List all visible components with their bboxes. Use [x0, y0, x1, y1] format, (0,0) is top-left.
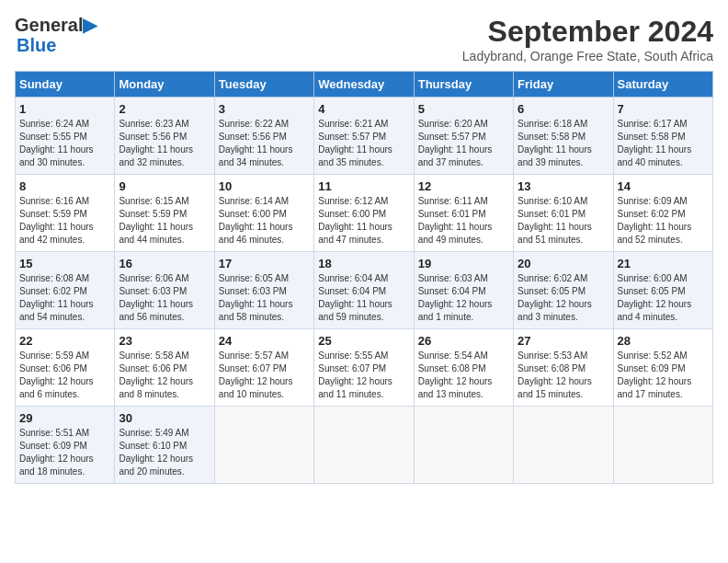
day-number: 22	[19, 334, 110, 348]
calendar-week-row: 15Sunrise: 6:08 AMSunset: 6:02 PMDayligh…	[16, 252, 713, 329]
weekday-header-row: SundayMondayTuesdayWednesdayThursdayFrid…	[16, 72, 713, 98]
calendar-day-cell: 18Sunrise: 6:04 AMSunset: 6:04 PMDayligh…	[314, 252, 414, 329]
day-info: Sunrise: 5:49 AMSunset: 6:10 PMDaylight:…	[119, 427, 210, 478]
calendar-day-cell: 4Sunrise: 6:21 AMSunset: 5:57 PMDaylight…	[314, 98, 414, 175]
calendar-day-cell: 27Sunrise: 5:53 AMSunset: 6:08 PMDayligh…	[514, 329, 613, 407]
calendar-day-cell: 7Sunrise: 6:17 AMSunset: 5:58 PMDaylight…	[613, 98, 712, 175]
day-number: 3	[219, 102, 310, 116]
day-number: 24	[219, 334, 310, 348]
day-number: 2	[119, 102, 210, 116]
day-number: 19	[418, 257, 509, 270]
day-info: Sunrise: 6:10 AMSunset: 6:01 PMDaylight:…	[518, 195, 609, 247]
calendar-day-cell: 11Sunrise: 6:12 AMSunset: 6:00 PMDayligh…	[314, 175, 414, 252]
day-info: Sunrise: 6:02 AMSunset: 6:05 PMDaylight:…	[518, 272, 609, 324]
calendar-day-cell: 17Sunrise: 6:05 AMSunset: 6:03 PMDayligh…	[214, 252, 313, 329]
calendar-day-cell: 10Sunrise: 6:14 AMSunset: 6:00 PMDayligh…	[214, 175, 313, 252]
day-info: Sunrise: 5:55 AMSunset: 6:07 PMDaylight:…	[318, 350, 409, 401]
calendar-day-cell: 19Sunrise: 6:03 AMSunset: 6:04 PMDayligh…	[414, 252, 513, 329]
calendar-day-cell: 24Sunrise: 5:57 AMSunset: 6:07 PMDayligh…	[214, 329, 313, 407]
day-number: 28	[618, 334, 709, 348]
day-info: Sunrise: 6:22 AMSunset: 5:56 PMDaylight:…	[219, 118, 310, 169]
day-info: Sunrise: 5:58 AMSunset: 6:06 PMDaylight:…	[119, 350, 210, 401]
day-info: Sunrise: 6:18 AMSunset: 5:58 PMDaylight:…	[518, 118, 609, 169]
logo-line1: General▶	[15, 15, 97, 35]
calendar-day-cell	[613, 407, 712, 484]
day-info: Sunrise: 5:53 AMSunset: 6:08 PMDaylight:…	[518, 350, 609, 401]
logo-line2: Blue	[17, 35, 97, 55]
day-number: 16	[119, 257, 210, 270]
month-title: September 2024	[462, 15, 713, 49]
day-info: Sunrise: 6:23 AMSunset: 5:56 PMDaylight:…	[119, 118, 210, 169]
calendar-day-cell: 14Sunrise: 6:09 AMSunset: 6:02 PMDayligh…	[613, 175, 712, 252]
day-info: Sunrise: 6:06 AMSunset: 6:03 PMDaylight:…	[119, 272, 210, 324]
day-number: 12	[418, 179, 509, 193]
day-number: 1	[19, 102, 110, 116]
day-number: 25	[318, 334, 409, 348]
day-number: 17	[219, 257, 310, 270]
day-number: 20	[518, 257, 609, 270]
day-number: 5	[418, 102, 509, 116]
calendar-day-cell: 3Sunrise: 6:22 AMSunset: 5:56 PMDaylight…	[214, 98, 313, 175]
day-info: Sunrise: 6:09 AMSunset: 6:02 PMDaylight:…	[618, 195, 709, 247]
day-number: 23	[119, 334, 210, 348]
day-info: Sunrise: 6:11 AMSunset: 6:01 PMDaylight:…	[418, 195, 509, 247]
day-number: 14	[618, 179, 709, 193]
page-header: General▶ Blue September 2024 Ladybrand, …	[15, 15, 713, 63]
day-info: Sunrise: 6:04 AMSunset: 6:04 PMDaylight:…	[318, 272, 409, 324]
calendar-day-cell: 30Sunrise: 5:49 AMSunset: 6:10 PMDayligh…	[115, 407, 214, 484]
weekday-header: Thursday	[414, 72, 513, 98]
day-info: Sunrise: 6:14 AMSunset: 6:00 PMDaylight:…	[219, 195, 310, 247]
day-info: Sunrise: 6:00 AMSunset: 6:05 PMDaylight:…	[618, 272, 709, 324]
day-number: 4	[318, 102, 409, 116]
day-number: 7	[618, 102, 709, 116]
calendar-week-row: 29Sunrise: 5:51 AMSunset: 6:09 PMDayligh…	[16, 407, 713, 484]
day-number: 18	[318, 257, 409, 270]
calendar-day-cell: 25Sunrise: 5:55 AMSunset: 6:07 PMDayligh…	[314, 329, 414, 407]
day-info: Sunrise: 5:52 AMSunset: 6:09 PMDaylight:…	[618, 350, 709, 401]
calendar-day-cell: 23Sunrise: 5:58 AMSunset: 6:06 PMDayligh…	[115, 329, 214, 407]
calendar-day-cell: 20Sunrise: 6:02 AMSunset: 6:05 PMDayligh…	[514, 252, 613, 329]
day-info: Sunrise: 6:08 AMSunset: 6:02 PMDaylight:…	[19, 272, 110, 324]
day-number: 29	[19, 411, 110, 425]
day-info: Sunrise: 6:17 AMSunset: 5:58 PMDaylight:…	[618, 118, 709, 169]
day-info: Sunrise: 6:20 AMSunset: 5:57 PMDaylight:…	[418, 118, 509, 169]
logo: General▶ Blue	[15, 15, 97, 55]
calendar-day-cell	[514, 407, 613, 484]
day-info: Sunrise: 6:21 AMSunset: 5:57 PMDaylight:…	[318, 118, 409, 169]
location-subtitle: Ladybrand, Orange Free State, South Afri…	[462, 49, 713, 63]
day-number: 9	[119, 179, 210, 193]
day-info: Sunrise: 6:16 AMSunset: 5:59 PMDaylight:…	[19, 195, 110, 247]
calendar-table: SundayMondayTuesdayWednesdayThursdayFrid…	[15, 71, 713, 484]
calendar-day-cell: 26Sunrise: 5:54 AMSunset: 6:08 PMDayligh…	[414, 329, 513, 407]
calendar-day-cell: 22Sunrise: 5:59 AMSunset: 6:06 PMDayligh…	[16, 329, 115, 407]
calendar-day-cell: 21Sunrise: 6:00 AMSunset: 6:05 PMDayligh…	[613, 252, 712, 329]
weekday-header: Sunday	[16, 72, 115, 98]
calendar-day-cell: 16Sunrise: 6:06 AMSunset: 6:03 PMDayligh…	[115, 252, 214, 329]
calendar-week-row: 1Sunrise: 6:24 AMSunset: 5:55 PMDaylight…	[16, 98, 713, 175]
calendar-day-cell: 8Sunrise: 6:16 AMSunset: 5:59 PMDaylight…	[16, 175, 115, 252]
day-number: 21	[618, 257, 709, 270]
calendar-day-cell: 2Sunrise: 6:23 AMSunset: 5:56 PMDaylight…	[115, 98, 214, 175]
day-info: Sunrise: 6:15 AMSunset: 5:59 PMDaylight:…	[119, 195, 210, 247]
calendar-day-cell	[214, 407, 313, 484]
calendar-day-cell: 28Sunrise: 5:52 AMSunset: 6:09 PMDayligh…	[613, 329, 712, 407]
day-number: 26	[418, 334, 509, 348]
day-info: Sunrise: 6:05 AMSunset: 6:03 PMDaylight:…	[219, 272, 310, 324]
day-number: 11	[318, 179, 409, 193]
day-number: 6	[518, 102, 609, 116]
day-number: 27	[518, 334, 609, 348]
weekday-header: Monday	[115, 72, 214, 98]
day-info: Sunrise: 6:12 AMSunset: 6:00 PMDaylight:…	[318, 195, 409, 247]
calendar-week-row: 8Sunrise: 6:16 AMSunset: 5:59 PMDaylight…	[16, 175, 713, 252]
day-info: Sunrise: 6:03 AMSunset: 6:04 PMDaylight:…	[418, 272, 509, 324]
day-info: Sunrise: 5:54 AMSunset: 6:08 PMDaylight:…	[418, 350, 509, 401]
calendar-day-cell: 9Sunrise: 6:15 AMSunset: 5:59 PMDaylight…	[115, 175, 214, 252]
weekday-header: Tuesday	[214, 72, 313, 98]
day-info: Sunrise: 5:51 AMSunset: 6:09 PMDaylight:…	[19, 427, 110, 478]
title-block: September 2024 Ladybrand, Orange Free St…	[462, 15, 713, 63]
day-number: 10	[219, 179, 310, 193]
weekday-header: Saturday	[613, 72, 712, 98]
weekday-header: Friday	[514, 72, 613, 98]
calendar-week-row: 22Sunrise: 5:59 AMSunset: 6:06 PMDayligh…	[16, 329, 713, 407]
day-info: Sunrise: 5:57 AMSunset: 6:07 PMDaylight:…	[219, 350, 310, 401]
